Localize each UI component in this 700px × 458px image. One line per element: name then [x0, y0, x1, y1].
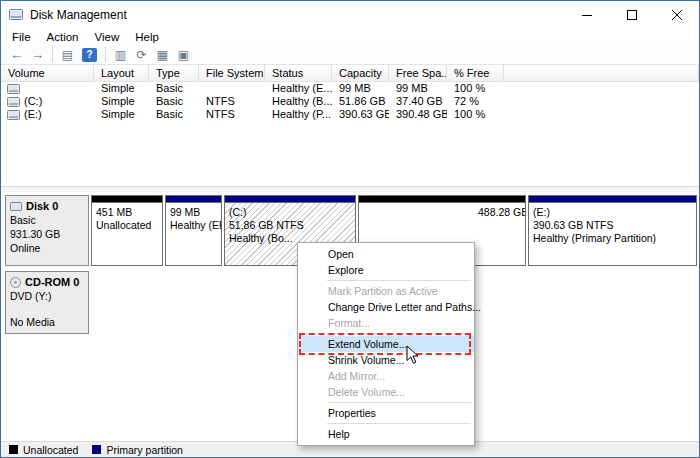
refresh-icon[interactable]: ⟳ [131, 46, 152, 64]
volume-layout: Simple [94, 95, 149, 108]
context-menu-item-format: Format... [298, 315, 474, 331]
primary-partition-swatch-icon [92, 445, 101, 454]
partition-unallocated-451mb[interactable]: 451 MB Unallocated [91, 195, 163, 266]
partition-size: 390.63 GB NTFS [533, 219, 696, 232]
volume-type: Basic [149, 108, 199, 121]
volume-pct-free: 100 % [447, 82, 504, 95]
toolbar: ← → ▤ ? ▥ ⟳ ▦ ▣ [1, 45, 699, 65]
unallocated-swatch-icon [9, 445, 18, 454]
disk-management-window: Disk Management File Action View Help ← … [0, 0, 700, 458]
volume-type: Basic [149, 95, 199, 108]
window-title: Disk Management [30, 8, 127, 22]
title-bar: Disk Management [1, 1, 699, 28]
column-header-type[interactable]: Type [149, 65, 199, 81]
disk-status: Online [10, 241, 84, 255]
forward-icon[interactable]: → [27, 46, 48, 64]
maximize-button[interactable] [609, 1, 654, 28]
column-header-filler [504, 65, 699, 81]
context-menu-item-change-drive-letter[interactable]: Change Drive Letter and Paths... [298, 299, 474, 315]
column-header-file-system[interactable]: File System [199, 65, 265, 81]
rescan-disks-icon[interactable]: ▦ [152, 46, 173, 64]
primary-strip [225, 196, 355, 203]
column-header-pct-free[interactable]: % Free [447, 65, 504, 81]
context-menu-item-add-mirror: Add Mirror... [298, 368, 474, 384]
volume-file-system: NTFS [199, 95, 265, 108]
menu-file[interactable]: File [4, 30, 39, 44]
cdrom-name: CD-ROM 0 [25, 275, 79, 289]
column-header-layout[interactable]: Layout [94, 65, 149, 81]
volume-pct-free: 100 % [447, 108, 504, 121]
volume-icon [7, 110, 20, 120]
context-menu-item-shrink-volume[interactable]: Shrink Volume... [298, 352, 474, 368]
volume-file-system [199, 82, 265, 95]
menu-bar: File Action View Help [1, 28, 699, 45]
partition-status: Unallocated [96, 219, 162, 232]
volume-status: Healthy (B... [265, 95, 332, 108]
volume-free-space: 99 MB [389, 82, 447, 95]
partition-size: 51.86 GB NTFS [229, 219, 355, 232]
context-menu-item-properties[interactable]: Properties [298, 405, 474, 421]
close-button[interactable] [654, 1, 699, 28]
volume-row-efi[interactable]: Simple Basic Healthy (E... 99 MB 99 MB 1… [1, 82, 699, 95]
disk-icon [10, 202, 22, 211]
context-menu-item-extend-volume[interactable]: Extend Volume... [298, 336, 474, 352]
context-menu-item-open[interactable]: Open [298, 246, 474, 262]
context-menu-item-mark-partition-active: Mark Partition as Active [298, 283, 474, 299]
volume-icon [7, 97, 20, 107]
volume-row-c[interactable]: (C:) Simple Basic NTFS Healthy (B... 51.… [1, 95, 699, 108]
partition-name: (E:) [533, 206, 696, 219]
menu-view[interactable]: View [87, 30, 128, 44]
partition-efi[interactable]: 99 MB Healthy (EFI [165, 195, 222, 266]
volume-layout: Simple [94, 82, 149, 95]
cdrom-type: DVD (Y:) [10, 289, 84, 303]
context-menu-separator [327, 280, 471, 281]
legend-unallocated: Unallocated [9, 444, 78, 456]
cdrom-icon [10, 277, 21, 288]
cdrom-panel[interactable]: CD-ROM 0 DVD (Y:) No Media [5, 271, 89, 334]
console-tree-icon[interactable]: ▤ [57, 46, 78, 64]
maximize-icon [627, 10, 637, 20]
unallocated-strip [359, 196, 525, 203]
context-menu-separator [327, 423, 471, 424]
partition-size: 99 MB [170, 206, 221, 219]
volume-list-header: Volume Layout Type File System Status Ca… [1, 65, 699, 82]
help-icon[interactable]: ? [82, 48, 97, 62]
legend-label: Primary partition [106, 444, 182, 456]
column-header-capacity[interactable]: Capacity [332, 65, 389, 81]
toolbar-separator [105, 47, 106, 62]
context-menu-item-help[interactable]: Help [298, 426, 474, 442]
column-header-volume[interactable]: Volume [1, 65, 94, 81]
app-disk-icon [9, 9, 23, 20]
menu-action[interactable]: Action [39, 30, 87, 44]
volume-list: Volume Layout Type File System Status Ca… [1, 65, 699, 187]
volume-name: (E:) [24, 108, 42, 121]
context-menu-item-delete-volume: Delete Volume... [298, 384, 474, 400]
back-icon[interactable]: ← [6, 46, 27, 64]
column-header-free-space[interactable]: Free Spa... [389, 65, 447, 81]
mouse-cursor-icon [406, 345, 419, 367]
disk-size: 931.30 GB [10, 227, 84, 241]
volume-pct-free: 72 % [447, 95, 504, 108]
minimize-button[interactable] [564, 1, 609, 28]
volume-free-space: 37.40 GB [389, 95, 447, 108]
volume-capacity: 390.63 GB [332, 108, 389, 121]
volume-file-system: NTFS [199, 108, 265, 121]
properties-icon[interactable]: ▣ [173, 46, 194, 64]
toolbar-separator [52, 47, 53, 62]
disk0-panel[interactable]: Disk 0 Basic 931.30 GB Online [5, 195, 89, 266]
close-icon [672, 10, 682, 20]
volume-row-e[interactable]: (E:) Simple Basic NTFS Healthy (P... 390… [1, 108, 699, 121]
volume-free-space: 390.48 GB [389, 108, 447, 121]
partition-e[interactable]: (E:) 390.63 GB NTFS Healthy (Primary Par… [528, 195, 697, 266]
disk-name: Disk 0 [26, 199, 58, 213]
splitter[interactable] [1, 187, 699, 192]
column-header-status[interactable]: Status [265, 65, 332, 81]
minimize-icon [582, 10, 592, 20]
context-menu-item-explore[interactable]: Explore [298, 262, 474, 278]
disk-list-icon[interactable]: ▥ [110, 46, 131, 64]
disk-type: Basic [10, 213, 84, 227]
primary-strip [166, 196, 221, 203]
menu-help[interactable]: Help [127, 30, 167, 44]
volume-capacity: 99 MB [332, 82, 389, 95]
context-menu-separator [327, 402, 471, 403]
